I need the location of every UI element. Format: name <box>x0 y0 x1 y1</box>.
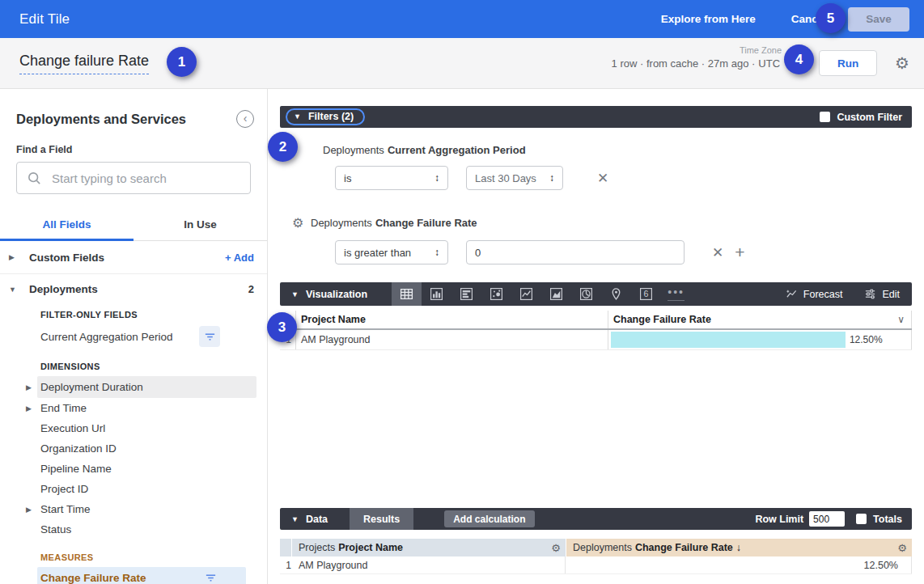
sidebar-item-start-time[interactable]: ▶ Start Time <box>0 499 267 519</box>
annotation-badge-1: 1 <box>167 47 197 77</box>
forecast-button[interactable]: Forecast <box>786 288 843 300</box>
visualization-section-bar: ▼ Visualization <box>280 282 912 306</box>
deployments-group-row[interactable]: ▼ Deployments 2 <box>0 276 267 303</box>
viz-type-picker: 6 ••• <box>392 282 691 306</box>
sidebar-item-change-failure-rate[interactable]: Change Failure Rate <box>0 567 267 584</box>
select-arrows-icon: ↕ <box>434 172 439 184</box>
annotation-badge-3: 3 <box>267 312 297 342</box>
collapse-caret-icon[interactable]: ▼ <box>291 515 299 523</box>
sidebar-item-pipeline-name[interactable]: Pipeline Name <box>0 459 267 479</box>
field-search-input[interactable] <box>52 171 240 185</box>
run-button[interactable]: Run <box>819 50 877 76</box>
viz-type-pie-chart-icon[interactable] <box>571 282 601 306</box>
row-limit-label: Row Limit <box>755 514 803 525</box>
add-filter-icon[interactable]: + <box>735 243 744 262</box>
viz-type-column-chart-icon[interactable] <box>422 282 451 306</box>
tile-title[interactable]: Change failure Rate <box>19 53 149 74</box>
viz-table-header: Project Name Change Failure Rate ∨ <box>280 311 912 330</box>
data-table-header: Projects Project Name ⚙ Deployments Chan… <box>280 539 912 556</box>
query-status-text: 1 row · from cache · 27m ago · <box>612 57 756 70</box>
annotation-badge-2: 2 <box>268 132 298 162</box>
explore-main-area: ▼ Filters (2) Custom Filter Deployments … <box>268 89 924 584</box>
viz-column-header-change-failure-rate[interactable]: Change Failure Rate ∨ <box>608 311 912 328</box>
svg-text:6: 6 <box>644 289 649 298</box>
chevron-down-icon[interactable]: ∨ <box>897 314 905 325</box>
viz-type-line-chart-icon[interactable] <box>511 282 541 306</box>
cell-project-name: AM Playground <box>296 334 608 345</box>
sidebar-item-end-time[interactable]: ▶ End Time <box>0 398 267 418</box>
deployments-group-label: Deployments <box>29 283 248 295</box>
row-limit-input[interactable] <box>809 511 845 527</box>
custom-fields-row[interactable]: ▶ Custom Fields + Add <box>0 241 267 274</box>
filter-controls: is greater than ↕ ✕ + <box>335 240 912 264</box>
field-search-box[interactable] <box>16 162 251 194</box>
filter-controls: is ↕ Last 30 Days ↕ ✕ <box>335 166 912 190</box>
filter-value-select[interactable]: Last 30 Days ↕ <box>466 166 563 190</box>
tab-all-fields[interactable]: All Fields <box>0 214 134 240</box>
save-button[interactable]: Save <box>848 7 909 32</box>
sidebar-item-organization-id[interactable]: Organization ID <box>0 438 267 459</box>
viz-type-more-icon[interactable]: ••• <box>661 282 691 306</box>
annotation-badge-5: 5 <box>816 3 846 33</box>
visualization-table: Project Name Change Failure Rate ∨ 1 AM … <box>280 311 912 350</box>
search-icon <box>27 171 42 186</box>
cell-change-failure-rate: 12.50% <box>610 330 911 349</box>
add-custom-field-button[interactable]: + Add <box>225 252 254 264</box>
window-title: Edit Tile <box>19 11 70 28</box>
expand-caret-icon[interactable]: ▶ <box>9 253 17 261</box>
tab-in-use[interactable]: In Use <box>134 214 267 240</box>
row-number-gutter <box>280 539 291 556</box>
viz-type-area-chart-icon[interactable] <box>541 282 571 306</box>
timezone-value: UTC <box>758 57 780 70</box>
data-section-bar: ▼ Data Results Add calculation Row Limit… <box>280 508 912 530</box>
viz-type-table-icon[interactable] <box>392 282 422 306</box>
active-filter-icon[interactable] <box>205 572 217 584</box>
viz-type-map-icon[interactable] <box>601 282 631 306</box>
sidebar-item-execution-url[interactable]: Execution Url <box>0 418 267 438</box>
filter-only-fields-header: FILTER-ONLY FIELDS <box>0 305 267 324</box>
remove-filter-icon[interactable]: ✕ <box>597 170 608 187</box>
column-gear-icon[interactable]: ⚙ <box>551 542 561 554</box>
filter-settings-gear-icon[interactable]: ⚙ <box>280 215 311 231</box>
field-tabs: All Fields In Use <box>0 214 267 241</box>
collapse-caret-icon: ▼ <box>294 112 301 121</box>
explore-from-here-link[interactable]: Explore from Here <box>661 13 756 25</box>
data-column-header-change-failure-rate[interactable]: Deployments Change Failure Rate ↓ ⚙ <box>566 539 912 556</box>
filter-operator-select[interactable]: is greater than ↕ <box>335 240 448 264</box>
select-arrows-icon: ↕ <box>434 247 439 258</box>
data-table-row[interactable]: 1 AM Playground 12.50% <box>280 556 912 574</box>
sidebar-item-current-aggregation-period[interactable]: Current Aggregation Period <box>0 324 267 349</box>
collapse-caret-icon[interactable]: ▼ <box>291 290 299 298</box>
collapse-caret-icon[interactable]: ▼ <box>9 286 17 294</box>
custom-filter-checkbox[interactable] <box>820 112 830 122</box>
measures-header: MEASURES <box>0 548 267 567</box>
sidebar-item-status[interactable]: Status <box>0 519 267 540</box>
sidebar-item-deployment-duration[interactable]: ▶ Deployment Duration <box>0 376 267 398</box>
viz-type-single-value-icon[interactable]: 6 <box>631 282 661 306</box>
annotation-badge-4: 4 <box>784 44 814 74</box>
fields-in-use-count: 2 <box>248 283 254 295</box>
results-tab[interactable]: Results <box>350 508 413 530</box>
viz-type-bar-chart-icon[interactable] <box>451 282 481 306</box>
timezone-label: Time Zone <box>740 45 782 55</box>
filter-operator-select[interactable]: is ↕ <box>335 166 448 190</box>
viz-table-row[interactable]: 1 AM Playground 12.50% <box>280 330 912 350</box>
active-filter-icon[interactable] <box>199 326 220 347</box>
edit-viz-button[interactable]: Edit <box>864 288 900 300</box>
totals-toggle[interactable]: Totals <box>856 514 902 525</box>
add-calculation-button[interactable]: Add calculation <box>444 510 534 527</box>
collapse-sidebar-icon[interactable]: ‹ <box>236 110 254 128</box>
sort-descending-icon[interactable]: ↓ <box>736 542 741 553</box>
filter-value-input[interactable] <box>466 240 685 264</box>
filter-row-label: Deployments Current Aggregation Period <box>280 144 912 156</box>
column-gear-icon[interactable]: ⚙ <box>897 542 907 554</box>
remove-filter-icon[interactable]: ✕ <box>712 244 723 261</box>
viz-type-scatter-icon[interactable] <box>481 282 511 306</box>
filters-toggle[interactable]: ▼ Filters (2) <box>286 108 365 125</box>
totals-checkbox[interactable] <box>856 514 867 524</box>
custom-filter-toggle[interactable]: Custom Filter <box>820 112 902 123</box>
sidebar-item-project-id[interactable]: Project ID <box>0 479 267 499</box>
query-settings-gear-icon[interactable]: ⚙ <box>895 55 909 71</box>
data-column-header-project-name[interactable]: Projects Project Name ⚙ <box>292 539 566 556</box>
viz-column-header-project-name[interactable]: Project Name <box>296 314 608 325</box>
